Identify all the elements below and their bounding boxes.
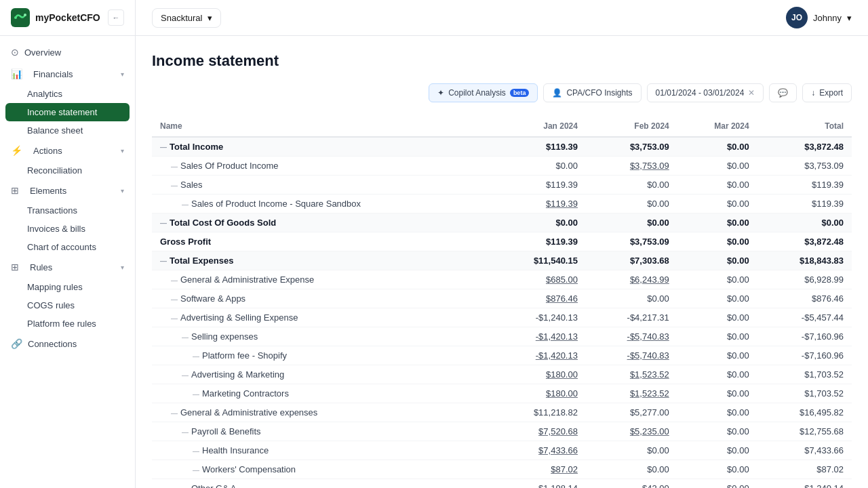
row-jan[interactable]: $1,198.14 [492,479,586,489]
table-row: —Advertising & Selling Expense -$1,240.1… [152,308,852,327]
actions-icon: ⚡ [11,145,22,156]
row-jan: $119.39 [492,176,586,195]
row-feb[interactable]: -$5,740.83 [586,327,677,346]
sidebar-item-platform-fee-rules[interactable]: Platform fee rules [0,314,135,333]
row-total: $16,495.82 [757,403,852,422]
sidebar-item-invoices-bills[interactable]: Invoices & bills [0,220,135,238]
user-menu[interactable]: JO Johnny ▾ [786,7,852,28]
row-jan[interactable]: $87.02 [492,460,586,479]
cpa-insights-button[interactable]: 👤 CPA/CFO Insights [543,83,641,102]
row-jan: $11,218.82 [492,403,586,422]
row-mar: $0.00 [677,441,757,460]
sidebar-item-elements[interactable]: ⊞ Elements ▾ [0,180,135,201]
row-jan[interactable]: $119.39 [492,195,586,214]
back-button[interactable]: ← [108,9,124,26]
collapse-icon: — [160,220,167,227]
table-row: —Platform fee - Shopify -$1,420.13 -$5,7… [152,346,852,365]
collapse-icon: — [193,390,199,398]
row-name: —Software & Apps [152,289,492,308]
row-total: $6,928.99 [757,270,852,289]
row-feb[interactable]: $1,523.52 [586,384,677,403]
sidebar-item-reconciliation[interactable]: Reconciliation [0,161,135,180]
row-jan[interactable]: -$1,420.13 [492,346,586,365]
row-name: —General & Administrative Expense [152,270,492,289]
row-jan[interactable]: -$1,420.13 [492,327,586,346]
sidebar-item-transactions[interactable]: Transactions [0,201,135,220]
comment-button[interactable]: 💬 [769,83,797,102]
row-mar: $0.00 [677,176,757,195]
rules-chevron: ▾ [121,264,124,271]
row-jan[interactable]: $180.00 [492,384,586,403]
collapse-icon: — [182,485,189,488]
row-name: —Selling expenses [152,327,492,346]
row-name: —Total Income [152,137,492,157]
income-statement-table: Name Jan 2024 Feb 2024 Mar 2024 Total —T… [152,116,852,488]
sidebar-item-actions[interactable]: ⚡ Actions ▾ [0,140,135,161]
toolbar: ✦ Copilot Analysis beta 👤 CPA/CFO Insigh… [152,83,852,102]
row-total: $876.46 [757,289,852,308]
row-jan[interactable]: $876.46 [492,289,586,308]
row-feb[interactable]: $42.00 [586,479,677,489]
row-feb[interactable]: $1,523.52 [586,365,677,384]
company-selector[interactable]: Snacktural ▾ [152,8,221,28]
sidebar-item-analytics[interactable]: Analytics [0,85,135,103]
sidebar-item-rules[interactable]: ⊞ Rules ▾ [0,256,135,278]
row-feb: $0.00 [586,195,677,214]
collapse-icon: — [182,371,189,379]
row-name: —Advertising & Selling Expense [152,308,492,327]
user-name: Johnny [813,13,842,23]
col-name: Name [152,116,492,137]
row-name: —Sales [152,176,492,195]
date-range-button[interactable]: 01/01/2024 - 03/01/2024 ✕ [647,83,764,102]
company-name: Snacktural [161,13,202,23]
row-mar: $0.00 [677,365,757,384]
sidebar-item-balance-sheet[interactable]: Balance sheet [0,121,135,140]
row-feb[interactable]: -$5,740.83 [586,346,677,365]
row-name: —Total Expenses [152,251,492,270]
row-mar: $0.00 [677,479,757,489]
row-mar: $0.00 [677,422,757,441]
table-row: —Software & Apps $876.46 $0.00 $0.00 $87… [152,289,852,308]
row-jan[interactable]: $685.00 [492,270,586,289]
row-feb[interactable]: $5,235.00 [586,422,677,441]
sidebar-item-overview[interactable]: ⊙ Overview [0,41,135,63]
row-jan[interactable]: $180.00 [492,365,586,384]
table-row: —Sales of Product Income - Square Sandbo… [152,195,852,214]
row-jan[interactable]: $7,520.68 [492,422,586,441]
row-jan[interactable]: $7,433.66 [492,441,586,460]
sidebar-item-financials[interactable]: 📊 Financials ▾ [0,63,135,85]
row-name: —Other G& A [152,479,492,489]
collapse-icon: — [193,466,199,474]
sidebar-item-connections[interactable]: 🔗 Connections [0,333,135,354]
svg-point-1 [14,16,17,19]
row-feb[interactable]: $6,243.99 [586,270,677,289]
row-feb: $0.00 [586,289,677,308]
export-button[interactable]: ↓ Export [802,83,852,102]
row-feb: $5,277.00 [586,403,677,422]
row-mar: $0.00 [677,346,757,365]
row-total: $1,703.52 [757,384,852,403]
table-row: —Other G& A $1,198.14 $42.00 $0.00 $1,24… [152,479,852,489]
table-row: Gross Profit $119.39 $3,753.09 $0.00 $3,… [152,232,852,251]
row-total: $0.00 [757,214,852,232]
logo-icon [11,8,30,27]
sidebar: myPocketCFO ← ⊙ Overview 📊 Financials ▾ … [0,0,136,488]
collapse-icon: — [193,352,199,360]
row-feb: $0.00 [586,460,677,479]
collapse-icon: — [171,163,178,170]
sidebar-item-chart-of-accounts[interactable]: Chart of accounts [0,238,135,256]
row-feb[interactable]: $3,753.09 [586,157,677,176]
sidebar-item-income-statement[interactable]: Income statement [5,103,130,121]
row-feb: -$4,217.31 [586,308,677,327]
row-jan: $119.39 [492,137,586,157]
row-name: —Workers' Compensation [152,460,492,479]
copilot-analysis-button[interactable]: ✦ Copilot Analysis beta [429,83,538,102]
sidebar-item-mapping-rules[interactable]: Mapping rules [0,278,135,296]
collapse-icon: — [160,144,167,151]
page-title: Income statement [152,52,852,70]
row-total: $3,753.09 [757,157,852,176]
beta-badge: beta [510,89,530,97]
sidebar-item-cogs-rules[interactable]: COGS rules [0,296,135,314]
row-total: $7,433.66 [757,441,852,460]
app-name: myPocketCFO [35,12,100,23]
